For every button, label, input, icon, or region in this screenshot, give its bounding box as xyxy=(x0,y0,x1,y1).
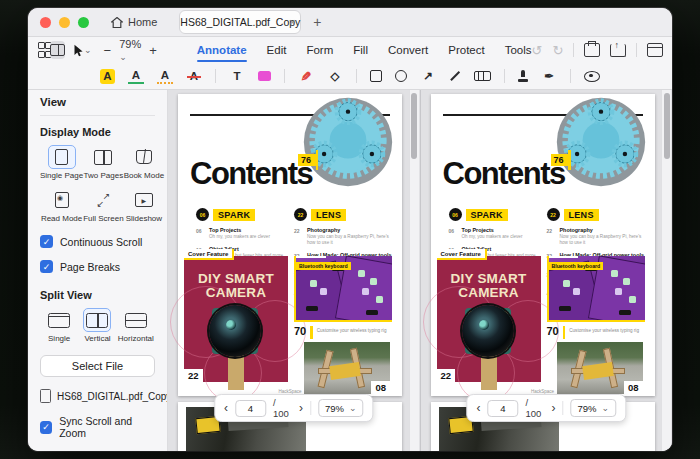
eraser-tool[interactable]: ◇ xyxy=(327,68,343,84)
display-mode-single-page[interactable]: Single Page xyxy=(40,145,83,180)
pdf-pane-right[interactable]: 76 Contents 06 SPARK 06Top ProjectsOh my… xyxy=(420,90,673,451)
page-breaks-checkbox[interactable]: ✓ Page Breaks xyxy=(40,260,155,273)
sync-scroll-zoom-checkbox[interactable]: ✓ Sync Scroll and Zoom xyxy=(40,415,155,439)
zoom-window-button[interactable] xyxy=(78,17,89,28)
stamp-tool[interactable] xyxy=(518,70,528,82)
tutorial-card: Tutorial Bluetooth keyboard xyxy=(294,256,392,322)
cover-page-number: 22 xyxy=(437,369,456,382)
section-name: LENS xyxy=(564,209,599,221)
ellipse-shape-tool[interactable] xyxy=(395,70,407,82)
page-number-input[interactable]: 4 xyxy=(235,400,266,417)
tab-bar: Home HS68_DIGITAL.pdf_Copy × + xyxy=(28,8,672,37)
split-view-horizontal[interactable]: Horizontal xyxy=(117,308,155,343)
next-page-button[interactable]: › xyxy=(299,402,303,414)
pointer-tool-button[interactable]: ⌄ xyxy=(73,41,92,59)
tab-form[interactable]: Form xyxy=(306,39,333,61)
tutorial-caption: Customise your wireless typing rig xyxy=(569,326,639,333)
toc-item: 06Top ProjectsOh my, you makers are clev… xyxy=(449,227,547,240)
page-number-input[interactable]: 4 xyxy=(488,400,519,417)
display-mode-read[interactable]: Read Mode xyxy=(40,188,83,223)
pdf-pane-left[interactable]: 76 Contents 06 SPARK 06Top ProjectsOh my… xyxy=(168,90,420,451)
single-page-icon xyxy=(55,149,68,165)
bottom-toolbar-toggle-icon[interactable] xyxy=(647,43,663,57)
zoom-in-button[interactable]: + xyxy=(149,43,157,58)
cover-page-number: 22 xyxy=(184,369,203,382)
zoom-out-button[interactable]: − xyxy=(104,43,112,58)
split-view-vertical[interactable]: Vertical xyxy=(78,308,116,343)
tab-fill[interactable]: Fill xyxy=(353,39,368,61)
split-view-single[interactable]: Single xyxy=(40,308,78,343)
tab-protect[interactable]: Protect xyxy=(448,39,484,61)
grid-icon xyxy=(38,42,50,58)
cover-feature-title: DIY SMART CAMERA xyxy=(184,272,288,300)
view-sidebar: View Display Mode Single Page Two Pages … xyxy=(28,90,168,451)
scrollbar-thumb[interactable] xyxy=(664,93,670,159)
document-tab[interactable]: HS68_DIGITAL.pdf_Copy × xyxy=(179,10,301,34)
chevron-down-icon: ⌄ xyxy=(601,403,609,413)
text-tool[interactable]: T xyxy=(229,68,245,84)
toc-item: 22PhotographyNow you can buy a Raspberry… xyxy=(547,227,649,246)
pane-scrollbar[interactable] xyxy=(409,90,419,451)
pdf-page[interactable]: 76 Contents 06 SPARK 06Top ProjectsOh my… xyxy=(178,94,402,396)
view-annotations-tool[interactable] xyxy=(584,71,600,82)
read-mode-icon xyxy=(55,192,69,208)
arrow-tool[interactable]: ↗ xyxy=(420,68,436,84)
pdf-page[interactable]: 76 Contents 06 SPARK 06Top ProjectsOh my… xyxy=(431,94,655,396)
zoom-level-select[interactable]: 79% ⌄ xyxy=(119,38,141,62)
tutorial-caption: Customise your wireless typing rig xyxy=(317,326,387,333)
share-icon[interactable] xyxy=(610,44,626,57)
squiggly-underline-tool[interactable]: A xyxy=(157,69,173,84)
redo-icon[interactable]: ↻ xyxy=(552,43,563,58)
note-comment-tool[interactable] xyxy=(258,71,271,81)
slideshow-icon: ▶ xyxy=(135,193,153,207)
thumbnails-button[interactable] xyxy=(38,41,50,59)
new-tab-button[interactable]: + xyxy=(313,14,321,30)
tab-annotate[interactable]: Annotate xyxy=(197,39,247,61)
home-tab[interactable]: Home xyxy=(103,13,165,31)
signature-tool[interactable]: ✒ xyxy=(541,68,557,84)
display-mode-grid: Single Page Two Pages Book Mode Read Mod… xyxy=(40,145,155,223)
cover-feature-title: DIY SMART CAMERA xyxy=(437,272,541,300)
tab-convert[interactable]: Convert xyxy=(388,39,428,61)
select-file-button[interactable]: Select File xyxy=(40,355,155,377)
rectangle-shape-tool[interactable] xyxy=(370,70,382,82)
scrollbar-thumb[interactable] xyxy=(411,93,417,159)
tutorial-tag: Tutorial xyxy=(296,256,326,258)
tab-tools[interactable]: Tools xyxy=(505,39,532,61)
pane-zoom-select[interactable]: 79% ⌄ xyxy=(318,399,364,417)
next-page-button[interactable]: › xyxy=(551,402,555,414)
pane-scrollbar[interactable] xyxy=(661,90,671,451)
page-total-label: / 100 xyxy=(525,397,544,419)
pane-zoom-select[interactable]: 79% ⌄ xyxy=(570,399,616,417)
cursor-icon xyxy=(73,44,84,57)
highlight-tool[interactable]: A xyxy=(100,69,115,84)
cover-feature-card: Cover Feature DIY SMART CAMERA 22 xyxy=(184,256,288,382)
tab-edit[interactable]: Edit xyxy=(267,39,287,61)
page-navigation-toolbar: ‹ 4 / 100 › 79% ⌄ xyxy=(467,394,626,422)
strikeout-tool[interactable]: A xyxy=(186,68,202,84)
zoom-controls: − 79% ⌄ + xyxy=(104,38,157,62)
display-mode-book[interactable]: Book Mode xyxy=(124,145,164,180)
display-mode-full-screen[interactable]: Full Screen xyxy=(83,188,123,223)
previous-page-button[interactable]: ‹ xyxy=(477,402,481,414)
split-file-row[interactable]: HS68_DIGITAL.pdf_Copy.pdf xyxy=(40,389,155,403)
sidebar-panel-icon xyxy=(50,44,65,56)
tutorial-page-row: 70 Customise your wireless typing rig xyxy=(294,326,386,339)
continuous-scroll-checkbox[interactable]: ✓ Continuous Scroll xyxy=(40,235,155,248)
line-tool[interactable] xyxy=(450,71,460,81)
close-window-button[interactable] xyxy=(40,17,51,28)
measure-tool[interactable] xyxy=(474,71,491,81)
minimize-window-button[interactable] xyxy=(59,17,70,28)
sidebar-toggle-button[interactable] xyxy=(50,41,65,59)
undo-icon[interactable]: ↺ xyxy=(532,43,543,58)
pen-tool[interactable]: ✎ xyxy=(298,68,314,84)
display-mode-slideshow[interactable]: ▶Slideshow xyxy=(124,188,164,223)
display-mode-two-pages[interactable]: Two Pages xyxy=(83,145,123,180)
print-icon[interactable] xyxy=(584,43,600,57)
previous-page-button[interactable]: ‹ xyxy=(224,402,228,414)
section-badge: 22 xyxy=(547,208,560,221)
close-tab-icon[interactable]: × xyxy=(289,17,295,28)
chevron-down-icon: ⌄ xyxy=(349,403,357,413)
underline-tool[interactable]: A xyxy=(128,69,144,84)
checkbox-checked-icon: ✓ xyxy=(40,260,53,273)
